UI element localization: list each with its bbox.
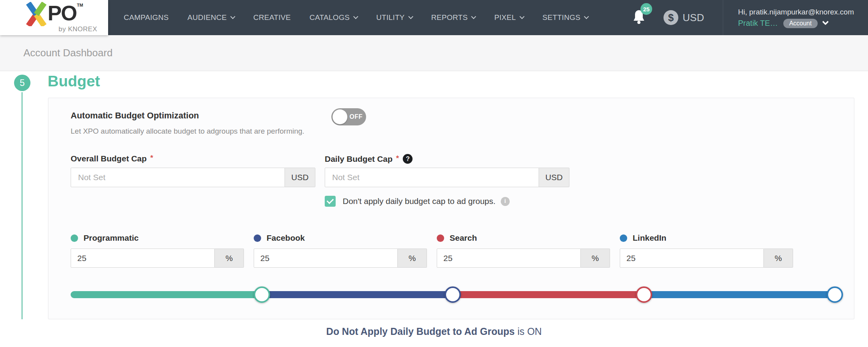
nav-item-label: AUDIENCE: [187, 13, 227, 22]
nav-item-label: CATALOGS: [309, 13, 350, 22]
auto-budget-optimization-label: Automatic Budget Optimization: [71, 111, 199, 121]
toggle-knob: [333, 109, 347, 124]
budget-section-title: Budget: [48, 73, 100, 90]
slider-handle-programmatic[interactable]: [254, 286, 270, 303]
notification-count-badge: 25: [640, 3, 652, 15]
logo-wordmark: PO TM: [25, 2, 83, 26]
percent-addon: %: [581, 249, 610, 268]
daily-budget-cap-group: USD: [325, 168, 569, 187]
channel-column-linkedin: LinkedIn %: [620, 233, 793, 268]
channel-header: Search: [437, 233, 610, 243]
nav-item-campaigns[interactable]: CAMPAIGNS: [114, 0, 178, 35]
auto-budget-optimization-toggle[interactable]: OFF: [331, 108, 366, 125]
toggle-state-label: OFF: [350, 108, 363, 125]
currency-code: USD: [683, 12, 704, 24]
channel-percent-group: %: [71, 249, 244, 268]
slider-segment-search: [453, 291, 644, 298]
page-title: Account Dashboard: [23, 47, 112, 59]
account-type-badge: Account: [783, 19, 818, 28]
percent-addon: %: [215, 249, 244, 268]
dollar-coin-icon: $: [663, 10, 678, 25]
chevron-down-icon: [353, 14, 358, 19]
nav-item-utility[interactable]: UTILITY: [367, 0, 422, 35]
channel-color-dot: [620, 234, 627, 242]
channel-column-facebook: Facebook %: [254, 233, 427, 268]
slider-segment-linkedin: [644, 291, 835, 298]
overall-budget-cap-input[interactable]: [71, 168, 285, 187]
channel-column-programmatic: Programmatic %: [71, 233, 244, 268]
required-asterisk: *: [396, 154, 399, 163]
user-greeting: Hi, pratik.nijampurkar@knorex.com: [738, 7, 854, 17]
breadcrumb: Account Dashboard: [0, 35, 868, 71]
xpo-x-icon: [25, 2, 48, 26]
overall-budget-cap-currency-addon: USD: [285, 168, 315, 187]
channel-name: Search: [450, 233, 477, 243]
chevron-down-icon: [408, 14, 413, 19]
nav-item-reports[interactable]: REPORTS: [422, 0, 485, 35]
user-account-row: Pratik TE… Account: [738, 19, 854, 28]
channel-percent-group: %: [437, 249, 610, 268]
chevron-down-icon: [230, 14, 235, 19]
topbar-right-area: 25 $ USD Hi, pratik.nijampurkar@knorex.c…: [632, 0, 868, 35]
logo-tagline: by KNOREX: [59, 25, 97, 33]
chevron-down-icon: [822, 19, 829, 25]
channel-color-dot: [437, 234, 444, 242]
daily-budget-status-note: Do Not Apply Daily Budget to Ad Groups i…: [0, 326, 868, 337]
overall-budget-cap-label: Overall Budget Cap *: [71, 154, 153, 163]
account-dashboard-screen: PO TM by KNOREX CAMPAIGNSAUDIENCECREATIV…: [0, 0, 868, 347]
auto-budget-optimization-description: Let XPO automatically allocate budget to…: [71, 127, 304, 136]
help-icon[interactable]: ?: [403, 154, 413, 164]
nav-item-creative[interactable]: CREATIVE: [244, 0, 300, 35]
step-number-badge: 5: [14, 75, 30, 91]
logo-tm-mark: TM: [77, 3, 83, 7]
info-icon[interactable]: i: [501, 197, 510, 206]
nav-item-settings[interactable]: SETTINGS: [533, 0, 598, 35]
channel-color-dot: [71, 234, 78, 242]
channel-name: Programmatic: [84, 233, 139, 243]
user-menu[interactable]: Hi, pratik.nijampurkar@knorex.com Pratik…: [723, 7, 868, 28]
channel-percent-input[interactable]: [620, 249, 764, 268]
channel-percent-input[interactable]: [437, 249, 581, 268]
slider-handle-linkedin[interactable]: [827, 286, 843, 303]
overall-budget-cap-group: USD: [71, 168, 315, 187]
nav-item-label: CAMPAIGNS: [124, 13, 169, 22]
required-asterisk: *: [150, 154, 153, 162]
channel-allocation-row: Programmatic % Facebook % Search % Linke…: [71, 233, 793, 268]
channel-column-search: Search %: [437, 233, 610, 268]
app-logo[interactable]: PO TM by KNOREX: [0, 0, 108, 35]
channel-name: LinkedIn: [633, 233, 666, 243]
nav-item-label: UTILITY: [376, 13, 405, 22]
slider-handle-search[interactable]: [636, 286, 652, 303]
percent-addon: %: [764, 249, 793, 268]
channel-percent-input[interactable]: [254, 249, 398, 268]
chevron-down-icon: [519, 14, 525, 19]
dont-apply-daily-cap-checkbox[interactable]: [325, 196, 336, 207]
channel-percent-group: %: [620, 249, 793, 268]
user-name: Pratik TE…: [738, 19, 778, 28]
main-nav: CAMPAIGNSAUDIENCECREATIVECATALOGSUTILITY…: [114, 0, 598, 35]
channel-header: Facebook: [254, 233, 427, 243]
nav-item-label: CREATIVE: [253, 13, 291, 22]
logo-brand-text: PO: [48, 2, 76, 24]
currency-selector[interactable]: $ USD: [663, 10, 704, 25]
nav-item-label: PIXEL: [494, 13, 516, 22]
nav-item-label: SETTINGS: [542, 13, 580, 22]
budget-card: Automatic Budget Optimization Let XPO au…: [48, 98, 854, 319]
slider-handle-facebook[interactable]: [445, 286, 461, 303]
channel-header: Programmatic: [71, 233, 244, 243]
daily-budget-cap-currency-addon: USD: [539, 168, 569, 187]
chevron-down-icon: [584, 14, 589, 19]
nav-item-audience[interactable]: AUDIENCE: [178, 0, 244, 35]
dont-apply-daily-cap-label: Don't apply daily budget cap to ad group…: [343, 197, 496, 206]
slider-segment-facebook: [262, 291, 453, 298]
channel-name: Facebook: [267, 233, 305, 243]
channel-percent-input[interactable]: [71, 249, 215, 268]
step-connector-line: [21, 92, 23, 319]
nav-item-label: REPORTS: [431, 13, 468, 22]
notifications-button[interactable]: 25: [632, 9, 646, 26]
daily-budget-cap-label: Daily Budget Cap * ?: [325, 154, 413, 164]
nav-item-pixel[interactable]: PIXEL: [485, 0, 533, 35]
nav-item-catalogs[interactable]: CATALOGS: [300, 0, 367, 35]
percent-addon: %: [398, 249, 427, 268]
daily-budget-cap-input[interactable]: [325, 168, 539, 187]
